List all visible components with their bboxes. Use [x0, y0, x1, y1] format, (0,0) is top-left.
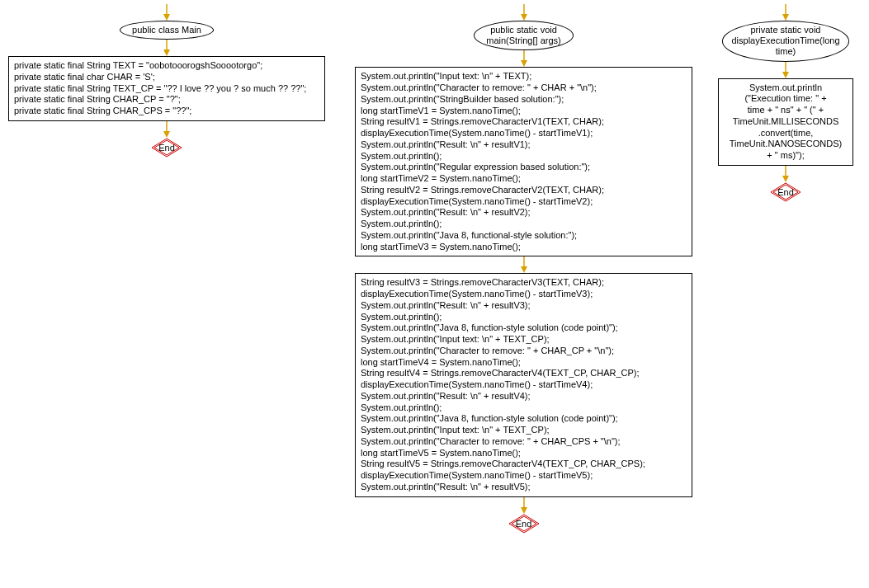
svg-marker-3 [163, 49, 170, 56]
flowchart-main-method: public static void main(String[] args) S… [355, 4, 692, 534]
arrow-icon [519, 256, 529, 273]
arrow-icon [162, 121, 172, 138]
method-header-node: private static void displayExecutionTime… [722, 21, 848, 62]
arrow-icon [162, 4, 172, 21]
class-body-node: private static final String TEXT = "oobo… [8, 56, 325, 121]
class-header-node: public class Main [120, 21, 214, 40]
svg-marker-15 [521, 507, 527, 514]
arrow-icon [519, 50, 529, 67]
method-body-node-2: String resultV3 = Strings.removeCharacte… [355, 273, 692, 496]
arrow-icon [781, 166, 791, 182]
end-node: End [508, 514, 540, 534]
arrow-icon [519, 497, 529, 514]
arrow-icon [519, 4, 529, 21]
end-node: End [151, 138, 182, 158]
flowchart-display-exec-time: private static void displayExecutionTime… [718, 4, 853, 202]
flowchart-main-class: public class Main private static final S… [8, 4, 325, 158]
svg-marker-11 [521, 60, 527, 67]
svg-marker-9 [521, 14, 527, 21]
arrow-icon [781, 62, 791, 78]
svg-marker-5 [163, 131, 170, 138]
arrow-icon [781, 4, 791, 21]
end-node: End [770, 182, 801, 202]
method-header-node: public static void main(String[] args) [474, 21, 573, 50]
svg-marker-1 [163, 14, 170, 21]
svg-marker-21 [782, 72, 789, 78]
method-body-node: System.out.println ("Execution time: " +… [718, 78, 853, 166]
arrow-icon [162, 40, 172, 56]
svg-marker-13 [521, 266, 527, 273]
end-label: End [777, 187, 794, 197]
end-label: End [516, 519, 532, 529]
svg-marker-23 [782, 176, 789, 182]
end-label: End [158, 143, 175, 153]
svg-marker-19 [782, 14, 789, 21]
method-body-node-1: System.out.println("Input text: \n" + TE… [355, 67, 692, 256]
